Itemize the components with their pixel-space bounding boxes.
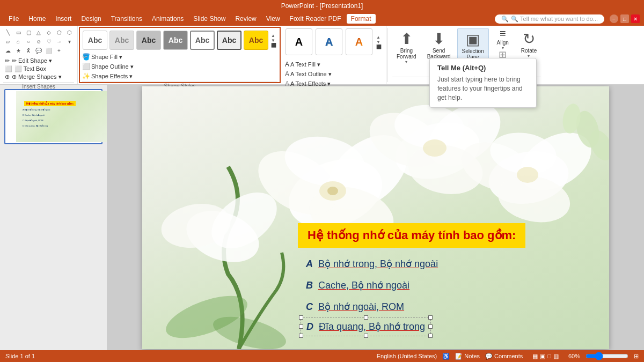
wordart-orange-a[interactable]: A bbox=[346, 28, 372, 55]
close-button[interactable]: ✕ bbox=[631, 14, 640, 23]
menu-bar: File Home Insert Design Transitions Anim… bbox=[0, 12, 644, 26]
handle-mr[interactable] bbox=[428, 324, 433, 329]
shape-pentagon[interactable]: ⬠ bbox=[54, 28, 64, 36]
text-box-icon: ⬜ bbox=[5, 65, 12, 72]
shape-fill-button[interactable]: 🪣 Shape Fill ▾ bbox=[82, 53, 277, 61]
shape-diamond[interactable]: ◇ bbox=[44, 28, 54, 36]
slide-canvas[interactable]: Hệ thống nhớ của máy tính bao gồm: A Bộ … bbox=[142, 86, 609, 349]
answer-d-letter: D bbox=[306, 321, 313, 333]
thumb-answer-b: B Cache, Bộ nhớ ngoài bbox=[23, 114, 45, 116]
menu-animations[interactable]: Animations bbox=[148, 14, 188, 24]
menu-view[interactable]: View bbox=[262, 14, 284, 24]
shape-effects-icon: ✨ bbox=[82, 72, 90, 80]
slide-panel: 1 Hệ thống nhớ của máy tính bao gồm: A B… bbox=[0, 85, 107, 350]
shape-more[interactable]: ▾ bbox=[64, 37, 74, 46]
answer-a: A Bộ nhớ trong, Bộ nhớ ngoài bbox=[306, 258, 438, 270]
shape-style-4[interactable]: Abc bbox=[163, 31, 188, 50]
bring-forward-button[interactable]: ⬆ BringForward ▾ bbox=[392, 28, 421, 67]
shape-styles-section: Abc Abc Abc Abc Abc Abc Abc ▲ ▼ ⬛ 🪣 Shap… bbox=[79, 27, 281, 83]
shape-parallelogram[interactable]: ▱ bbox=[3, 37, 13, 46]
shape-callout[interactable]: 💬 bbox=[34, 46, 43, 55]
text-outline-button[interactable]: A A Text Outline ▾ bbox=[285, 70, 383, 78]
shape-flow[interactable]: ⬜ bbox=[44, 46, 54, 55]
shape-style-6[interactable]: Abc bbox=[217, 31, 241, 50]
shape-star[interactable]: ★ bbox=[13, 46, 23, 55]
text-outline-icon: A bbox=[285, 70, 289, 78]
align-button[interactable]: ≡ Align ▾ bbox=[491, 28, 515, 49]
menu-home[interactable]: Home bbox=[24, 14, 50, 24]
shape-ribbon[interactable]: 🎗 bbox=[24, 46, 33, 55]
search-icon: 🔍 bbox=[501, 16, 509, 23]
main-area[interactable]: Hệ thống nhớ của máy tính bao gồm: A Bộ … bbox=[107, 85, 644, 350]
menu-review[interactable]: Review bbox=[231, 14, 260, 24]
answer-b: B Cache, Bộ nhớ ngoài bbox=[306, 279, 409, 291]
shape-style-5[interactable]: Abc bbox=[190, 31, 215, 50]
shape-arrow[interactable]: → bbox=[54, 37, 64, 46]
shape-plus[interactable]: + bbox=[54, 46, 64, 55]
slide-title[interactable]: Hệ thống nhớ của máy tính bao gồm: bbox=[298, 223, 525, 248]
notes-button[interactable]: 📝 Notes bbox=[455, 353, 480, 360]
menu-slideshow[interactable]: Slide Show bbox=[189, 14, 230, 24]
shape-style-7[interactable]: Abc bbox=[244, 31, 268, 50]
maximize-button[interactable]: □ bbox=[620, 14, 629, 23]
slideshow-btn[interactable]: ▥ bbox=[553, 353, 559, 360]
handle-tl[interactable] bbox=[299, 315, 303, 320]
zoom-level: 60% bbox=[568, 353, 580, 359]
shape-rect[interactable]: ▭ bbox=[13, 28, 23, 36]
ribbon: ╲ ▭ ▢ △ ◇ ⬠ ⬡ ▱ ⌂ ○ ☺ ♡ → ▾ ☁ ★ 🎗 � bbox=[0, 26, 644, 85]
align-icon: ≡ bbox=[500, 27, 506, 40]
menu-insert[interactable]: Insert bbox=[51, 14, 76, 24]
slide-sorter-btn[interactable]: ▣ bbox=[540, 353, 545, 360]
shape-triangle[interactable]: △ bbox=[34, 28, 43, 36]
zoom-fit-btn[interactable]: ⊞ bbox=[634, 353, 639, 360]
handle-bl[interactable] bbox=[299, 334, 303, 338]
edit-shape-button[interactable]: ✏ ✏ Edit Shape ▾ bbox=[3, 57, 74, 65]
comments-button[interactable]: 💬 Comments bbox=[485, 353, 523, 360]
shape-outline-button[interactable]: ⬜ Shape Outline ▾ bbox=[82, 62, 277, 71]
tooltip-title: Tell Me (Alt+Q) bbox=[437, 64, 529, 72]
menu-format[interactable]: Format bbox=[347, 14, 376, 24]
handle-tm[interactable] bbox=[364, 315, 368, 320]
shape-round-rect[interactable]: ▢ bbox=[24, 28, 33, 36]
menu-transitions[interactable]: Transitions bbox=[107, 14, 147, 24]
shape-trapezoid[interactable]: ⌂ bbox=[13, 37, 23, 46]
merge-shapes-button[interactable]: ⊕ ⊕ Merge Shapes ▾ bbox=[3, 73, 74, 81]
zoom-slider[interactable] bbox=[586, 353, 628, 359]
accessibility-icon: ♿ bbox=[442, 353, 450, 360]
wordart-blue-a[interactable]: A bbox=[316, 28, 342, 55]
handle-ml[interactable] bbox=[299, 324, 303, 329]
shape-circle[interactable]: ○ bbox=[24, 37, 33, 46]
answer-c-text: Bộ nhớ ngoài, ROM bbox=[318, 301, 404, 313]
menu-foxit[interactable]: Foxit Reader PDF bbox=[286, 14, 346, 24]
slide-thumbnail-1[interactable]: 1 Hệ thống nhớ của máy tính bao gồm: A B… bbox=[4, 89, 103, 144]
wordart-black-a[interactable]: A bbox=[286, 28, 312, 55]
shape-smiley[interactable]: ☺ bbox=[34, 37, 43, 46]
handle-tr[interactable] bbox=[428, 315, 433, 320]
text-box-button[interactable]: ⬜ ⬜ Text Box bbox=[3, 65, 74, 73]
search-box[interactable]: 🔍 🔍 Tell me what you want to do... bbox=[495, 14, 604, 24]
shape-cloud[interactable]: ☁ bbox=[3, 46, 13, 55]
style-scroll-arrows[interactable]: ▲ ▼ ⬛ bbox=[270, 30, 277, 50]
shape-style-2[interactable]: Abc bbox=[109, 31, 134, 50]
rotate-button[interactable]: ↻ Rotate ▾ bbox=[517, 28, 541, 61]
handle-bm[interactable] bbox=[364, 334, 368, 338]
shape-hexagon[interactable]: ⬡ bbox=[64, 28, 74, 36]
answer-d-container[interactable]: D Đĩa quang, Bộ nhớ trong bbox=[301, 317, 431, 336]
menu-file[interactable]: File bbox=[4, 14, 23, 24]
send-backward-icon: ⬇ bbox=[433, 30, 445, 48]
text-fill-button[interactable]: A A Text Fill ▾ bbox=[285, 60, 383, 69]
merge-shapes-icon: ⊕ bbox=[5, 73, 10, 80]
handle-br[interactable] bbox=[428, 334, 433, 338]
menu-design[interactable]: Design bbox=[77, 14, 105, 24]
shape-line[interactable]: ╲ bbox=[3, 28, 13, 36]
minimize-button[interactable]: − bbox=[610, 14, 618, 23]
shape-style-3[interactable]: Abc bbox=[136, 31, 161, 50]
shape-effects-button[interactable]: ✨ Shape Effects ▾ bbox=[82, 72, 277, 80]
shape-style-1[interactable]: Abc bbox=[83, 31, 107, 50]
normal-view-btn[interactable]: ▦ bbox=[532, 353, 538, 360]
shape-heart[interactable]: ♡ bbox=[44, 37, 54, 46]
wordart-scroll-arrows[interactable]: ▲ ▼ ⬛ bbox=[375, 35, 383, 49]
insert-shapes-section: ╲ ▭ ▢ △ ◇ ⬠ ⬡ ▱ ⌂ ○ ☺ ♡ → ▾ ☁ ★ 🎗 � bbox=[0, 26, 78, 84]
reading-view-btn[interactable]: □ bbox=[547, 353, 551, 360]
bring-forward-icon: ⬆ bbox=[400, 30, 413, 48]
